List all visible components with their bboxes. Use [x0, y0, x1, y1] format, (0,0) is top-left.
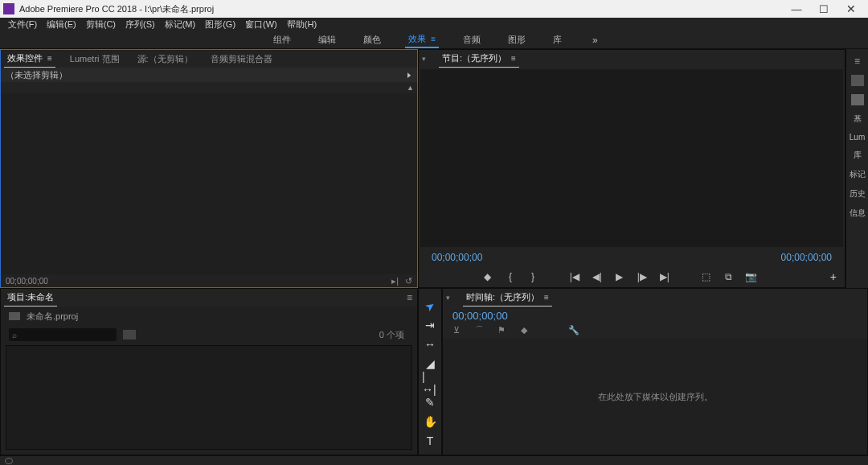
step-forward-icon[interactable]: |▶ [636, 270, 649, 283]
close-button[interactable]: ✕ [837, 0, 865, 18]
workspace-effects[interactable]: 效果 [405, 31, 439, 48]
project-panel: 项目:未命名 ≡ 未命名.prproj ⌕ 0 个项 [0, 288, 418, 455]
timeline-collapse-icon[interactable]: ▾ [446, 294, 450, 302]
app-name-label: Adobe Premiere Pro CC 2018 [19, 4, 137, 14]
loop-playback-icon[interactable]: ↺ [405, 276, 412, 286]
tool-pen[interactable]: ✎ [422, 395, 438, 409]
side-tab-lumetri[interactable]: Lum [846, 133, 868, 142]
play-icon[interactable]: ▶ [613, 270, 626, 283]
side-tab-libraries[interactable]: 库 [846, 150, 868, 161]
workspace-tab-bar: 组件 编辑 颜色 效果 音频 图形 库 » [0, 31, 868, 49]
menu-help[interactable]: 帮助(H) [282, 18, 321, 31]
export-frame-icon[interactable]: 📷 [745, 270, 758, 283]
menu-edit[interactable]: 编辑(E) [42, 18, 81, 31]
program-monitor-panel: ▾ 节目:（无序列） 00;00;00;00 00;00;00;00 ◆ { } [418, 49, 845, 288]
tool-palette: ➤ ⇥ ↔ ◢ |↔| ✎ ✋ T [418, 288, 442, 455]
menu-marker[interactable]: 标记(M) [160, 18, 201, 31]
essential-sound-icon[interactable] [851, 75, 864, 86]
project-panel-menu-icon[interactable]: ≡ [405, 292, 414, 303]
filter-bin-icon[interactable] [123, 330, 136, 339]
status-bar [0, 455, 868, 465]
tab-lumetri-scopes[interactable]: Lumetri 范围 [67, 50, 123, 68]
side-panel-menu-icon[interactable]: ≡ [854, 56, 860, 67]
zoom-to-sequence-icon[interactable]: ▸| [391, 276, 399, 286]
tool-track-select[interactable]: ⇥ [422, 318, 438, 332]
button-editor-icon[interactable]: + [830, 270, 837, 283]
go-to-in-icon[interactable]: |◀ [568, 270, 581, 283]
menu-window[interactable]: 窗口(W) [240, 18, 282, 31]
tab-project[interactable]: 项目:未命名 [4, 289, 57, 307]
add-marker-icon[interactable]: ◆ [481, 270, 494, 283]
timeline-drop-area[interactable]: 在此处放下媒体以创建序列。 [443, 339, 867, 455]
linked-selection-icon[interactable]: ⌒ [473, 325, 485, 336]
project-search-input[interactable]: ⌕ [9, 328, 117, 341]
add-marker-timeline-icon[interactable]: ⚑ [496, 325, 507, 336]
program-timecode-left[interactable]: 00;00;00;00 [432, 252, 482, 263]
program-monitor-viewport[interactable] [420, 69, 843, 247]
timeline-timecode[interactable]: 00;00;00;00 [452, 310, 859, 322]
project-item-count: 0 个项 [379, 329, 409, 341]
workspace-graphics[interactable]: 图形 [505, 31, 529, 48]
go-to-out-icon[interactable]: ▶| [658, 270, 671, 283]
mark-in-icon[interactable]: { [504, 270, 517, 283]
maximize-button[interactable]: ☐ [810, 0, 837, 18]
project-asset-list[interactable] [6, 345, 412, 450]
menu-graphics[interactable]: 图形(G) [200, 18, 240, 31]
status-indicator-icon [5, 458, 13, 464]
menu-file[interactable]: 文件(F) [3, 18, 42, 31]
snap-icon[interactable]: ⊻ [451, 325, 462, 336]
application-menubar: 文件(F) 编辑(E) 剪辑(C) 序列(S) 标记(M) 图形(G) 窗口(W… [0, 18, 868, 31]
effect-controls-tabs: 效果控件 Lumetri 范围 源:（无剪辑） 音频剪辑混合器 [1, 50, 417, 68]
workspace-overflow-button[interactable]: » [592, 35, 598, 46]
tab-source-monitor[interactable]: 源:（无剪辑） [134, 50, 196, 68]
side-tab-markers[interactable]: 标记 [846, 169, 868, 180]
panel-collapse-icon[interactable]: ▾ [422, 55, 426, 63]
effect-controls-panel: 效果控件 Lumetri 范围 源:（无剪辑） 音频剪辑混合器 （未选择剪辑） … [0, 49, 418, 288]
step-back-icon[interactable]: ◀| [591, 270, 604, 283]
side-tab-info[interactable]: 信息 [846, 208, 868, 219]
menu-clip[interactable]: 剪辑(C) [81, 18, 121, 31]
caret-up-icon[interactable]: ▲ [407, 84, 414, 92]
effect-controls-body [1, 93, 417, 274]
tool-slip[interactable]: |↔| [422, 376, 438, 390]
title-separator: - [139, 4, 145, 14]
bin-icon [9, 312, 20, 320]
no-clip-selected-label: （未选择剪辑） [6, 69, 68, 81]
extract-icon[interactable]: ⧉ [723, 270, 735, 283]
lift-icon[interactable]: ⬚ [700, 270, 713, 283]
tab-program-monitor[interactable]: 节目:（无序列） [439, 50, 519, 68]
project-file-label: 未命名.prproj [27, 311, 78, 323]
side-tab-history[interactable]: 历史 [846, 188, 868, 200]
tab-audio-clip-mixer[interactable]: 音频剪辑混合器 [207, 50, 276, 68]
right-panel-strip: ≡ 基 Lum 库 标记 历史 信息 [845, 49, 868, 288]
workspace-libraries[interactable]: 库 [550, 31, 565, 48]
window-titlebar: Adobe Premiere Pro CC 2018 - I:\pr\未命名.p… [0, 0, 868, 18]
program-timecode-right[interactable]: 00;00;00;00 [781, 252, 832, 263]
chevron-right-icon[interactable]: ▶ [407, 71, 411, 79]
timeline-settings-icon[interactable]: 🔧 [568, 325, 579, 336]
menu-sequence[interactable]: 序列(S) [121, 18, 160, 31]
workspace-assembly[interactable]: 组件 [270, 31, 294, 48]
search-icon: ⌕ [12, 331, 17, 339]
window-title: Adobe Premiere Pro CC 2018 - I:\pr\未命名.p… [19, 3, 783, 15]
timeline-marker-icon[interactable]: ◆ [518, 325, 530, 336]
workspace-audio[interactable]: 音频 [460, 31, 484, 48]
timeline-empty-hint: 在此处放下媒体以创建序列。 [598, 391, 713, 403]
tab-effect-controls[interactable]: 效果控件 [4, 50, 55, 68]
tool-razor[interactable]: ◢ [422, 356, 438, 371]
app-icon [3, 3, 14, 14]
workspace-editing[interactable]: 编辑 [315, 31, 339, 48]
mark-out-icon[interactable]: } [526, 270, 539, 283]
effect-controls-timecode[interactable]: 00;00;00;00 [6, 277, 48, 286]
essential-graphics-icon[interactable] [851, 94, 864, 105]
tool-ripple-edit[interactable]: ↔ [422, 337, 438, 352]
tool-type[interactable]: T [422, 434, 438, 448]
timeline-panel: ▾ 时间轴:（无序列） 00;00;00;00 ⊻ ⌒ ⚑ ◆ 🔧 在此处放 [442, 288, 868, 455]
minimize-button[interactable]: — [783, 0, 810, 18]
tab-timeline[interactable]: 时间轴:（无序列） [463, 289, 552, 307]
tool-hand[interactable]: ✋ [422, 414, 438, 429]
document-path: I:\pr\未命名.prproj [145, 4, 214, 14]
workspace-color[interactable]: 颜色 [360, 31, 384, 48]
tool-selection[interactable]: ➤ [420, 295, 441, 316]
side-tab-basic[interactable]: 基 [846, 113, 868, 125]
